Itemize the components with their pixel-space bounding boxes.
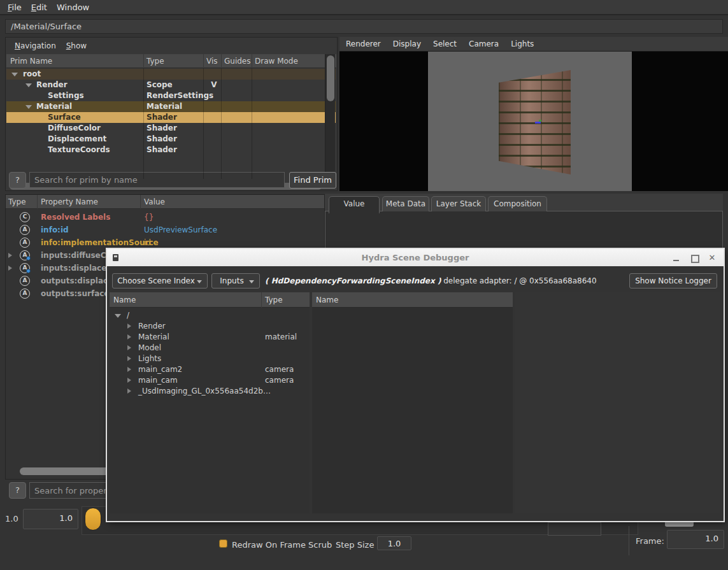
- col-guides[interactable]: Guides: [224, 54, 251, 68]
- frame-field[interactable]: 1.0: [667, 530, 724, 549]
- vertical-scrollbar[interactable]: [325, 54, 335, 179]
- property-name: inputs:diffuseCo: [41, 249, 111, 262]
- column-divider[interactable]: [143, 54, 144, 68]
- col-prop-value[interactable]: Value: [144, 195, 165, 209]
- tree-row-render[interactable]: Render: [110, 321, 310, 332]
- column-divider[interactable]: [252, 54, 252, 68]
- tree-row-root[interactable]: /: [110, 310, 310, 321]
- menu-display[interactable]: Display: [393, 39, 421, 48]
- step-size-field[interactable]: 1.0: [377, 536, 411, 550]
- col-name[interactable]: Name: [316, 292, 338, 308]
- choose-scene-index-dropdown[interactable]: Choose Scene Index: [112, 273, 208, 289]
- node-name: Model: [138, 343, 161, 353]
- menu-edit[interactable]: Edit: [31, 3, 47, 12]
- col-prop-name[interactable]: Property Name: [41, 195, 98, 209]
- menu-lights[interactable]: Lights: [511, 39, 534, 48]
- property-value: UsdPreviewSurface: [144, 224, 217, 236]
- tree-row-main-cam2[interactable]: main_cam2 camera: [110, 364, 310, 375]
- property-value: {}: [144, 211, 153, 224]
- col-prop-type[interactable]: Type: [8, 195, 26, 209]
- expand-arrow-icon[interactable]: [127, 345, 131, 350]
- chevron-down-icon: [249, 280, 254, 283]
- menu-select[interactable]: Select: [433, 39, 457, 48]
- col-name[interactable]: Name: [113, 292, 136, 308]
- expand-arrow-icon[interactable]: [127, 334, 131, 339]
- column-divider[interactable]: [261, 292, 262, 308]
- prim-row-diffusecolor[interactable]: DiffuseColor Shader: [6, 123, 336, 134]
- scrollbar-thumb[interactable]: [327, 55, 334, 101]
- tab-value[interactable]: Value: [329, 196, 380, 213]
- prim-row-root[interactable]: root: [6, 69, 336, 80]
- frame-slider-handle[interactable]: [85, 508, 101, 531]
- expand-arrow-icon[interactable]: [127, 324, 131, 329]
- col-vis[interactable]: Vis: [206, 54, 218, 68]
- prim-row-render[interactable]: Render Scope V: [6, 80, 336, 90]
- menu-show[interactable]: Show: [66, 41, 87, 50]
- menu-navigation[interactable]: Navigation: [15, 41, 56, 50]
- show-notice-logger-button[interactable]: Show Notice Logger: [629, 273, 717, 289]
- find-prim-button[interactable]: Find Prim: [289, 172, 336, 189]
- property-row-implementation-source[interactable]: A info:implementationSource id: [6, 236, 324, 249]
- current-frame-field[interactable]: 1.0: [23, 509, 78, 529]
- column-divider[interactable]: [37, 195, 38, 209]
- prim-browser-panel: Navigation Show Prim Name Type Vis Guide…: [5, 37, 338, 191]
- expand-arrow-icon[interactable]: [127, 378, 131, 383]
- column-divider[interactable]: [203, 54, 204, 68]
- prim-row-surface-selected[interactable]: Surface Shader: [6, 112, 336, 123]
- prim-row-texturecoords[interactable]: TextureCoords Shader: [6, 145, 336, 155]
- expand-arrow-icon[interactable]: [127, 367, 131, 372]
- tree-row-material[interactable]: Material material: [110, 332, 310, 343]
- prim-name: Material: [36, 101, 72, 112]
- minimize-button[interactable]: [671, 253, 682, 263]
- redraw-label: Redraw On Frame Scrub: [232, 539, 332, 550]
- column-divider[interactable]: [140, 195, 141, 209]
- collapse-arrow-icon[interactable]: [25, 83, 32, 87]
- property-row-info-id[interactable]: A info:id UsdPreviewSurface: [6, 224, 324, 236]
- maximize-button[interactable]: [689, 253, 699, 263]
- node-name: Lights: [138, 353, 161, 364]
- col-prim-name[interactable]: Prim Name: [10, 54, 52, 68]
- prim-row-settings[interactable]: Settings RenderSettings: [6, 90, 336, 101]
- menu-camera[interactable]: Camera: [469, 39, 499, 48]
- prim-row-material[interactable]: Material Material: [6, 101, 336, 112]
- collapse-arrow-icon[interactable]: [25, 105, 32, 109]
- collapse-arrow-icon[interactable]: [11, 73, 18, 76]
- partially-hidden-field[interactable]: [548, 522, 601, 536]
- prim-type: Scope: [146, 80, 173, 90]
- viewport-canvas[interactable]: [339, 52, 728, 191]
- column-divider[interactable]: [221, 54, 222, 68]
- menu-file[interactable]: File: [8, 3, 22, 12]
- collapse-arrow-icon[interactable]: [115, 314, 121, 318]
- menu-window[interactable]: Window: [57, 3, 89, 12]
- inputs-dropdown[interactable]: Inputs: [211, 273, 260, 289]
- col-type[interactable]: Type: [265, 292, 283, 308]
- prim-search-input[interactable]: [29, 172, 285, 188]
- camera-frame-region: [428, 52, 632, 191]
- tree-row-usdimaging[interactable]: _UsdImaging_GL_0x556aa54d2b…: [110, 386, 310, 397]
- tab-composition[interactable]: Composition: [488, 196, 547, 211]
- prim-type: Material: [146, 101, 182, 112]
- tab-layer-stack[interactable]: Layer Stack: [431, 196, 486, 211]
- col-draw-mode[interactable]: Draw Mode: [255, 54, 298, 68]
- prim-path-field[interactable]: /Material/Surface: [5, 19, 723, 34]
- step-size-label: Step Size: [336, 539, 374, 550]
- property-row-resolved-labels[interactable]: C Resolved Labels {}: [6, 211, 324, 224]
- tree-row-model[interactable]: Model: [110, 343, 310, 353]
- menu-renderer[interactable]: Renderer: [346, 39, 381, 48]
- col-type[interactable]: Type: [146, 54, 164, 68]
- prim-vis[interactable]: V: [206, 80, 222, 90]
- expand-arrow-icon[interactable]: [8, 253, 12, 258]
- expand-arrow-icon[interactable]: [127, 388, 131, 394]
- prim-row-displacement[interactable]: Displacement Shader: [6, 134, 336, 145]
- close-button[interactable]: ✕: [707, 253, 717, 263]
- prim-search-help-button[interactable]: ?: [9, 172, 26, 189]
- redraw-checkbox[interactable]: [219, 539, 227, 548]
- dialog-title-bar[interactable]: Hydra Scene Debugger ✕: [107, 249, 724, 266]
- tab-meta-data[interactable]: Meta Data: [382, 196, 429, 211]
- node-name: main_cam: [138, 375, 178, 386]
- expand-arrow-icon[interactable]: [8, 266, 12, 271]
- tree-row-lights[interactable]: Lights: [110, 353, 310, 364]
- tree-row-main-cam[interactable]: main_cam camera: [110, 375, 310, 386]
- property-search-help-button[interactable]: ?: [9, 482, 26, 499]
- expand-arrow-icon[interactable]: [127, 356, 131, 361]
